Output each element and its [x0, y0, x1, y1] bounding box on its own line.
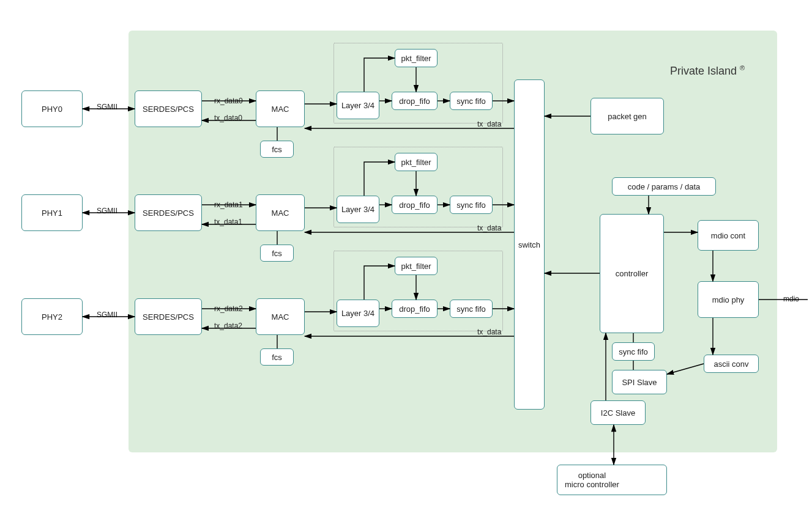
- phy1-link-label: SGMII: [97, 207, 117, 215]
- phy0-link-label: SGMII: [97, 103, 117, 111]
- diagram-title: Private Island ®: [670, 64, 745, 78]
- fcs-1: fcs: [260, 245, 294, 262]
- switch-box: switch: [514, 79, 545, 410]
- phy2-box: PHY2: [21, 298, 83, 335]
- drop-fifo-0: drop_fifo: [392, 92, 438, 110]
- mac-2: MAC: [256, 298, 305, 335]
- tx-data2-label: tx_data2: [214, 322, 242, 330]
- i2c-slave-box: I2C Slave: [590, 400, 646, 425]
- sync-fifo-1: sync fifo: [450, 196, 493, 214]
- sync-fifo-ctrl-box: sync fifo: [612, 342, 655, 361]
- fcs-0: fcs: [260, 141, 294, 158]
- rx-data1-label: rx_data1: [214, 201, 243, 209]
- tx-data0-label: tx_data0: [214, 114, 242, 122]
- pkt-filter-2: pkt_filter: [395, 257, 438, 275]
- drop-fifo-2: drop_fifo: [392, 300, 438, 318]
- rx-data0-label: rx_data0: [214, 97, 243, 105]
- mdio-phy-box: mdio phy: [698, 281, 759, 318]
- tx-data1-label: tx_data1: [214, 218, 242, 226]
- rx-data2-label: rx_data2: [214, 304, 243, 313]
- layer34-2: Layer 3/4: [337, 300, 379, 327]
- pkt-filter-1: pkt_filter: [395, 153, 438, 171]
- serdes-pcs-0: SERDES/PCS: [135, 90, 202, 127]
- phy1-box: PHY1: [21, 194, 83, 231]
- serdes-pcs-2: SERDES/PCS: [135, 298, 202, 335]
- packet-gen-box: packet gen: [590, 98, 664, 134]
- sync-fifo-2: sync fifo: [450, 300, 493, 318]
- mdio-cont-box: mdio cont: [698, 220, 759, 251]
- controller-box: controller: [600, 214, 664, 333]
- phy2-link-label: SGMII: [97, 311, 117, 319]
- mdio-label: mdio: [783, 295, 799, 303]
- spi-slave-box: SPI Slave: [612, 370, 667, 394]
- drop-fifo-1: drop_fifo: [392, 196, 438, 214]
- pkt-filter-0: pkt_filter: [395, 49, 438, 67]
- sync-fifo-0: sync fifo: [450, 92, 493, 110]
- tx-data-1-label: tx_data: [477, 224, 501, 232]
- registered-mark: ®: [740, 64, 745, 72]
- title-text: Private Island: [670, 65, 737, 77]
- layer34-0: Layer 3/4: [337, 92, 379, 119]
- phy0-box: PHY0: [21, 90, 83, 127]
- code-params-box: code / params / data: [612, 177, 716, 196]
- mac-1: MAC: [256, 194, 305, 231]
- ascii-conv-box: ascii conv: [704, 355, 759, 373]
- micro-controller-box: optional micro controller: [557, 465, 667, 495]
- tx-data-0-label: tx_data: [477, 120, 501, 128]
- fcs-2: fcs: [260, 348, 294, 366]
- layer34-1: Layer 3/4: [337, 196, 379, 223]
- serdes-pcs-1: SERDES/PCS: [135, 194, 202, 231]
- tx-data-2-label: tx_data: [477, 328, 501, 336]
- mac-0: MAC: [256, 90, 305, 127]
